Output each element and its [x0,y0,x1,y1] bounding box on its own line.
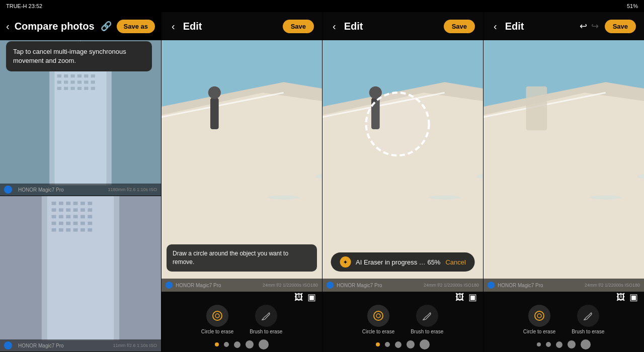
svg-point-96 [366,93,429,155]
svg-rect-28 [64,80,68,83]
save-button-3[interactable]: Save [605,20,636,33]
size-dot-3-2[interactable] [546,342,551,347]
size-dot-2-2[interactable] [385,342,390,347]
yacht-svg-3 [484,40,644,292]
svg-rect-38 [91,87,95,90]
status-left: TRUE-H 23:52 [6,3,42,9]
svg-rect-64 [73,222,78,225]
eraser-tools-3: Circle to erase Brush to erase [484,303,644,336]
gallery-view-icon-1[interactable]: 🖼 [294,292,303,303]
link-icon[interactable]: 🔗 [101,21,112,32]
redo-button-3[interactable]: ↪ [591,21,599,32]
undo-redo-group: ↩ ↪ [580,21,599,32]
back-button-3[interactable]: ‹ [492,19,499,34]
edit-title-2: Edit [344,21,438,32]
size-dot-1-3[interactable] [234,341,240,348]
photo-exif-panel2: 24mm f/2 1/22000s ISO180 [424,283,479,288]
split-view-icon-1[interactable]: ▣ [307,292,316,303]
edit-header-2: ‹ Edit Save [323,12,483,40]
size-dot-3-1[interactable] [537,342,541,346]
photo-label-2: HONOR Magic7 Pro 24mm f/2 1/22000s ISO18… [323,279,483,292]
honor-badge-bottom [4,341,12,349]
svg-rect-59 [80,215,85,219]
circle-erase-tool-3[interactable]: Circle to erase [523,305,555,334]
svg-rect-66 [88,222,92,225]
svg-rect-67 [52,228,56,232]
honor-dot-1 [166,282,173,289]
svg-point-98 [376,314,380,318]
back-button-1[interactable]: ‹ [170,19,177,34]
size-dot-2-1[interactable] [376,342,380,346]
svg-point-95 [429,195,461,199]
photo-exif-panel1: 24mm f/2 1/22000s ISO180 [263,283,318,288]
save-button-1[interactable]: Save [283,20,314,33]
back-button-2[interactable]: ‹ [331,19,338,34]
size-dot-3-5[interactable] [581,339,591,349]
bottom-toolbar-2: 🖼 ▣ Circle to erase Brush to erase [323,292,483,352]
honor-brand-panel3: HONOR Magic7 Pro [498,283,543,288]
circle-erase-label-2: Circle to erase [362,329,394,334]
circle-erase-label-1: Circle to erase [201,329,233,334]
svg-rect-62 [59,222,63,225]
brush-erase-label-1: Brush to erase [250,329,282,334]
left-photo-bottom[interactable]: HONOR Magic7 Pro 11mm f/2.6 1:10s ISO [0,196,161,352]
brush-erase-tool-1[interactable]: Brush to erase [250,305,282,334]
size-dot-2-5[interactable] [420,339,430,349]
undo-button-3[interactable]: ↩ [580,21,587,32]
size-dot-1-5[interactable] [259,339,269,349]
circle-erase-tool-2[interactable]: Circle to erase [362,305,394,334]
size-dot-2-4[interactable] [407,340,415,348]
svg-rect-30 [77,80,82,83]
photo-area-2[interactable]: HONOR Magic7 Pro 24mm f/2 1/22000s ISO18… [323,40,483,292]
edit-title-3: Edit [505,21,574,32]
brush-erase-tool-3[interactable]: Brush to erase [572,305,604,334]
photo-area-3[interactable]: HONOR Magic7 Pro 24mm f/2 1/22000s ISO18… [484,40,644,292]
compare-photos-header: ‹ Compare photos 🔗 Save as [0,12,161,40]
size-dot-1-1[interactable] [215,342,219,346]
size-dot-1-2[interactable] [224,342,229,347]
svg-rect-70 [73,228,78,232]
size-dot-3-4[interactable] [568,340,576,348]
svg-rect-79 [210,98,219,129]
svg-rect-33 [57,87,61,90]
save-button-2[interactable]: Save [444,20,475,33]
split-view-icon-3[interactable]: ▣ [629,292,638,303]
view-toggle-row-3: 🖼 ▣ [484,292,644,303]
brush-erase-tool-2[interactable]: Brush to erase [411,305,443,334]
gallery-view-icon-3[interactable]: 🖼 [616,292,625,303]
ai-progress-text-2: AI Eraser in progress … 65% [356,258,440,266]
svg-marker-103 [484,93,644,292]
back-icon[interactable]: ‹ [6,21,10,32]
svg-point-109 [537,314,541,318]
photo-area-1[interactable]: HONOR Magic7 Pro 24mm f/2 1/22000s ISO18… [162,40,322,292]
left-photo-top-meta: HONOR Magic7 Pro 1180mm f/2.6 1:10s ISO [0,184,161,196]
gallery-view-icon-2[interactable]: 🖼 [455,292,464,303]
page-title: Compare photos [15,21,96,32]
svg-rect-55 [52,215,56,219]
svg-rect-50 [59,208,63,212]
split-view-icon-2[interactable]: ▣ [468,292,477,303]
edit-header-3: ‹ Edit ↩ ↪ Save [484,12,644,40]
size-dot-1-4[interactable] [246,340,254,348]
svg-rect-107 [526,86,547,131]
status-right: 51% [627,3,638,9]
view-toggle-row-1: 🖼 ▣ [162,292,322,303]
photo-label-1: HONOR Magic7 Pro 24mm f/2 1/22000s ISO18… [162,279,322,292]
size-dot-3-3[interactable] [556,341,562,348]
svg-rect-25 [84,74,88,77]
svg-rect-68 [59,228,63,232]
svg-rect-36 [77,87,82,90]
brush-erase-icon-1 [255,305,277,327]
save-as-button[interactable]: Save as [117,20,155,33]
cancel-button-2[interactable]: Cancel [445,258,465,266]
svg-rect-47 [80,202,85,205]
brush-erase-icon-2 [416,305,438,327]
building-svg-bottom [0,196,161,351]
svg-rect-24 [77,74,82,77]
svg-rect-23 [70,74,74,77]
svg-rect-34 [64,87,68,90]
erase-tooltip-text-1: Draw a circle around the object you want… [173,250,288,266]
svg-rect-57 [66,215,70,219]
circle-erase-tool-1[interactable]: Circle to erase [201,305,233,334]
size-dot-2-3[interactable] [395,341,401,348]
